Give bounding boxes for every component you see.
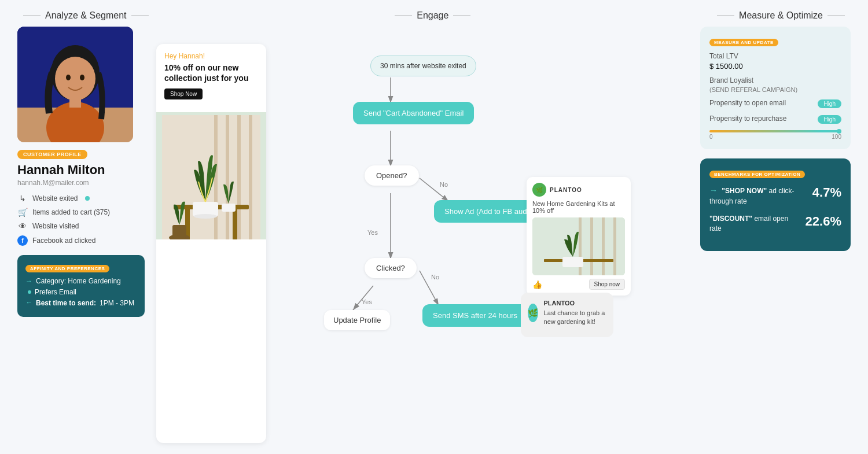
person-svg <box>17 27 133 142</box>
svg-point-18 <box>194 214 217 219</box>
svg-point-4 <box>66 75 71 80</box>
phase-analyze: Analyze & Segment <box>23 10 149 21</box>
activity-label: Items added to cart ($75) <box>32 208 110 216</box>
no-label-2: No <box>431 274 439 280</box>
fb-ad-image <box>532 217 625 275</box>
phase-analyze-label: Analyze & Segment <box>45 10 127 21</box>
measure-badge: MEASURE AND UPDATE <box>709 39 778 46</box>
svg-rect-41 <box>562 257 583 267</box>
ltv-row: Total LTV $ 1500.00 <box>709 52 841 71</box>
fb-ad-card: 🌿 PLANTOO New Home Gardening Kits at 10%… <box>527 177 631 296</box>
sms-circle-icon: 🌿 <box>528 304 538 322</box>
fb-ad-footer: 👍 Shop now <box>532 279 625 290</box>
svg-point-3 <box>55 57 95 101</box>
sms-brand: PLANTOO <box>544 300 606 307</box>
phase-measure-line-right <box>827 16 845 16</box>
arrow-icon: → <box>709 186 718 195</box>
svg-rect-22 <box>172 225 186 238</box>
ad-label-strong: "SHOP NOW" <box>722 187 767 195</box>
phase-line-right <box>131 16 149 16</box>
ltv-value: $ 1500.00 <box>709 62 841 71</box>
customer-name: Hannah Milton <box>17 163 145 178</box>
clicked-text: Clicked? <box>376 264 405 272</box>
affinity-box: AFFINITY AND PREFERENCES → Category: Hom… <box>17 255 145 317</box>
svg-rect-12 <box>249 115 252 239</box>
activity-facebook: f Facebook ad clicked <box>17 235 145 246</box>
exit-icon: ↳ <box>17 194 28 203</box>
svg-rect-15 <box>233 209 237 239</box>
middle-panel: Hey Hannah! 10% off on our new collectio… <box>156 27 689 443</box>
svg-point-5 <box>80 75 84 80</box>
ad-value: 4.7% <box>812 185 841 200</box>
email-high-badge: High <box>818 99 841 108</box>
repurchase-row: Propensity to repurchase High <box>709 115 841 124</box>
svg-rect-36 <box>590 217 593 275</box>
update-profile-text: Update Profile <box>333 316 381 324</box>
svg-line-30 <box>353 286 373 310</box>
affinity-prefers: Prefers Email <box>25 288 137 296</box>
sms-card: 🌿 PLANTOO Last chance to grab a new gard… <box>521 293 613 337</box>
like-icon[interactable]: 👍 <box>532 280 542 289</box>
email-card: Hey Hannah! 10% off on our new collectio… <box>156 44 266 443</box>
email-headline: 10% off on our new collection just for y… <box>164 62 258 83</box>
email-greeting: Hey Hannah! <box>164 52 258 60</box>
phase-measure-label: Measure & Optimize <box>739 10 823 21</box>
phase-engage: Engage <box>395 10 470 21</box>
send-sms-text: Send SMS after 24 hours <box>433 311 517 320</box>
update-profile-node: Update Profile <box>324 310 390 330</box>
repurchase-high-badge: High <box>818 115 841 124</box>
phase-engage-line-right <box>453 16 470 16</box>
svg-rect-9 <box>214 115 218 239</box>
customer-photo <box>17 27 133 142</box>
plant-svg <box>162 115 260 239</box>
trigger-text: 30 mins after website exited <box>380 62 466 70</box>
email-benchmark-row: "DISCOUNT" email open rate 22.6% <box>709 214 841 234</box>
progress-max: 100 <box>832 134 841 140</box>
clicked-node: Clicked? <box>365 258 417 278</box>
affinity-category-text: Category: Home Gardening <box>36 277 121 285</box>
affinity-badge: AFFINITY AND PREFERENCES <box>25 265 109 272</box>
send-email-text: Send "Cart Abandoned" Email <box>363 109 464 117</box>
svg-rect-20 <box>222 204 236 212</box>
repurchase-label: Propensity to repurchase <box>709 115 786 123</box>
customer-email: hannah.M@mailer.com <box>17 179 145 187</box>
brand-row: Brand Loyalist (SEND REFERAL CAMPAIGN) <box>709 76 841 93</box>
send-email-node: Send "Cart Abandoned" Email <box>353 102 474 124</box>
facebook-icon: f <box>17 235 28 246</box>
phase-engage-line-left <box>395 16 412 16</box>
activity-label: Website visited <box>32 222 79 230</box>
fb-ad-text: New Home Gardening Kits at 10% off <box>532 200 625 214</box>
svg-rect-11 <box>237 115 241 239</box>
shop-now-button[interactable]: Shop Now <box>164 88 203 99</box>
email-label-strong: "DISCOUNT" <box>709 215 752 223</box>
no-label-1: No <box>440 181 448 188</box>
fb-shop-now-button[interactable]: Shop now <box>589 279 625 290</box>
email-propensity-row: Propensity to open email High <box>709 99 841 109</box>
plantoo-logo: 🌿 <box>532 183 546 197</box>
flow-diagram: 30 mins after website exited Send "Cart … <box>278 27 689 443</box>
svg-rect-38 <box>613 217 616 275</box>
left-panel: CUSTOMER PROFILE Hannah Milton hannah.M@… <box>17 27 145 443</box>
activity-label: Website exited <box>32 194 78 202</box>
yes-label-2: Yes <box>362 298 372 305</box>
affinity-dot <box>28 290 31 294</box>
brand-value: (SEND REFERAL CAMPAIGN) <box>709 86 841 93</box>
right-panel: MEASURE AND UPDATE Total LTV $ 1500.00 B… <box>700 27 851 443</box>
activity-dot <box>85 196 90 201</box>
progress-track <box>709 130 841 132</box>
yes-label-1: Yes <box>367 229 378 236</box>
svg-rect-10 <box>226 115 229 239</box>
activity-website-exited: ↳ Website exited <box>17 194 145 203</box>
activity-cart: 🛒 Items added to cart ($75) <box>17 208 145 217</box>
phase-measure: Measure & Optimize <box>717 10 845 21</box>
activity-label: Facebook ad clicked <box>32 237 95 245</box>
affinity-best-time: → Best time to send: 1PM - 3PM <box>25 299 137 307</box>
ltv-label: Total LTV <box>709 52 841 60</box>
phase-measure-line-left <box>717 16 734 16</box>
email-value: 22.6% <box>806 214 841 229</box>
arrow-left-icon: → <box>25 299 32 307</box>
progress-bar: 0 100 <box>709 130 841 140</box>
brand-label: Brand Loyalist <box>709 76 841 84</box>
benchmarks-badge: BENCHMARKS FOR OPTIMIZATION <box>709 171 805 178</box>
fb-brand: PLANTOO <box>550 187 582 193</box>
